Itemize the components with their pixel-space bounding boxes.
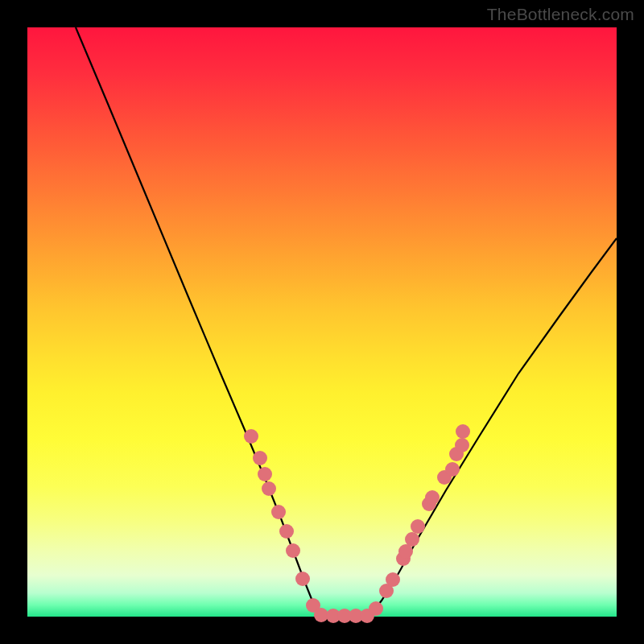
- curve-line: [76, 27, 617, 615]
- watermark-text: TheBottleneck.com: [487, 5, 634, 24]
- data-marker: [253, 451, 267, 465]
- data-marker: [455, 438, 469, 452]
- marker-layer: [244, 424, 470, 623]
- data-marker: [369, 601, 383, 616]
- data-marker: [405, 532, 419, 547]
- data-marker: [295, 572, 310, 586]
- data-marker: [244, 429, 258, 444]
- data-marker: [445, 462, 460, 477]
- data-marker: [286, 543, 300, 558]
- data-marker: [271, 505, 286, 519]
- data-marker: [425, 490, 440, 505]
- data-marker: [456, 424, 470, 439]
- plot-area: [27, 27, 617, 617]
- data-marker: [411, 519, 425, 534]
- data-marker: [386, 572, 400, 587]
- data-marker: [258, 467, 272, 481]
- data-marker: [262, 481, 276, 496]
- bottleneck-curve: [27, 27, 617, 617]
- outer-frame: TheBottleneck.com: [0, 0, 644, 644]
- data-marker: [279, 524, 294, 539]
